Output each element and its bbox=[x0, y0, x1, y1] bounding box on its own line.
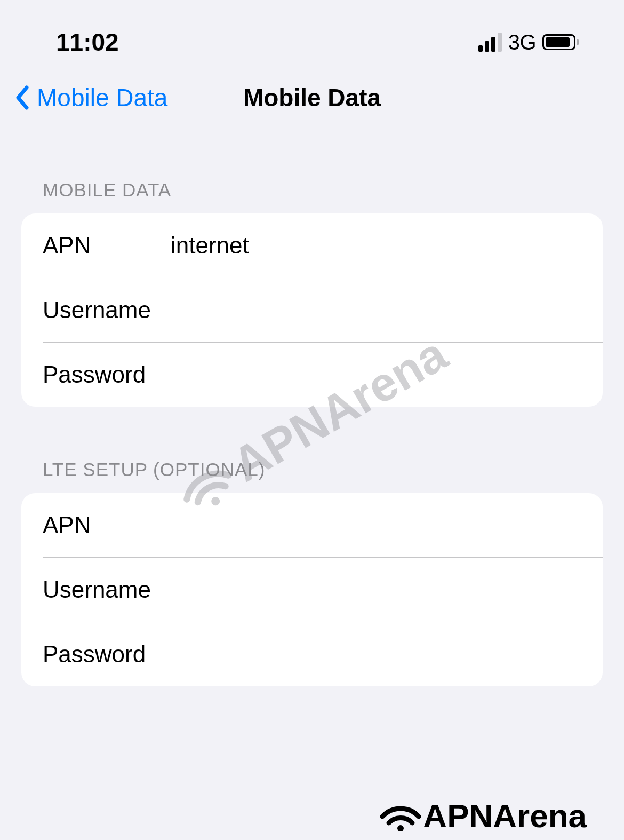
wifi-icon bbox=[379, 801, 422, 831]
watermark-bottom: APNArena bbox=[379, 797, 587, 835]
label-lte-password: Password bbox=[43, 641, 171, 668]
content: MOBILE DATA APN Username Password LTE SE… bbox=[0, 179, 624, 686]
section-header-lte: LTE SETUP (OPTIONAL) bbox=[21, 459, 603, 493]
chevron-left-icon bbox=[13, 84, 30, 111]
svg-point-1 bbox=[397, 825, 404, 831]
input-lte-password[interactable] bbox=[171, 641, 581, 668]
battery-icon bbox=[542, 34, 579, 50]
label-username: Username bbox=[43, 297, 171, 323]
section-mobile-data: APN Username Password bbox=[21, 213, 603, 407]
input-lte-username[interactable] bbox=[171, 576, 581, 603]
input-password[interactable] bbox=[171, 361, 581, 388]
input-apn[interactable] bbox=[171, 232, 581, 259]
label-lte-apn: APN bbox=[43, 512, 171, 538]
status-right: 3G bbox=[478, 30, 579, 54]
status-bar: 11:02 3G bbox=[0, 0, 624, 59]
label-lte-username: Username bbox=[43, 576, 171, 603]
label-apn: APN bbox=[43, 232, 171, 259]
signal-icon bbox=[478, 33, 502, 52]
row-username[interactable]: Username bbox=[21, 278, 603, 342]
section-lte: APN Username Password bbox=[21, 493, 603, 686]
input-lte-apn[interactable] bbox=[171, 512, 581, 538]
row-lte-apn[interactable]: APN bbox=[21, 493, 603, 557]
input-username[interactable] bbox=[171, 297, 581, 323]
row-lte-password[interactable]: Password bbox=[21, 622, 603, 686]
status-time: 11:02 bbox=[56, 28, 119, 57]
back-label: Mobile Data bbox=[37, 83, 167, 112]
row-password[interactable]: Password bbox=[21, 343, 603, 407]
navigation-bar: Mobile Data Mobile Data bbox=[0, 68, 624, 127]
label-password: Password bbox=[43, 361, 171, 388]
section-header-mobile-data: MOBILE DATA bbox=[21, 179, 603, 213]
back-button[interactable]: Mobile Data bbox=[13, 83, 167, 112]
row-lte-username[interactable]: Username bbox=[21, 558, 603, 622]
network-type: 3G bbox=[508, 30, 536, 54]
page-title: Mobile Data bbox=[243, 83, 381, 112]
row-apn[interactable]: APN bbox=[21, 213, 603, 278]
